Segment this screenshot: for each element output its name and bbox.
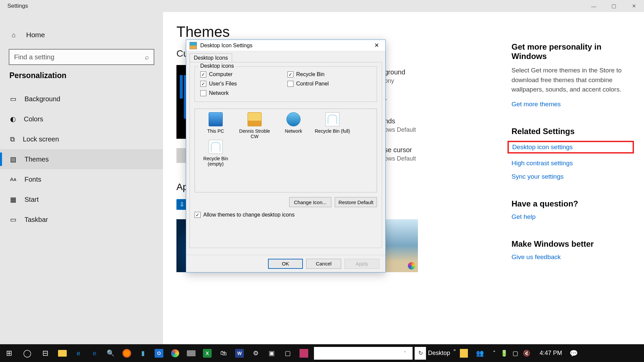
search-input[interactable]: Find a setting ⌕ bbox=[9, 49, 154, 65]
dialog-footer: OK Cancel Apply bbox=[186, 255, 385, 272]
cancel-button[interactable]: Cancel bbox=[306, 259, 341, 269]
maximize-button[interactable]: ▢ bbox=[604, 0, 624, 12]
restore-default-button[interactable]: Restore Default bbox=[335, 197, 377, 207]
sidebar-item-taskbar[interactable]: ▭ Taskbar bbox=[0, 209, 163, 230]
sidebar-item-background[interactable]: ▭ Background bbox=[0, 89, 163, 109]
cortana-button[interactable]: ◯ bbox=[18, 344, 36, 362]
taskbar-address-box[interactable]: ˅ bbox=[314, 347, 413, 360]
checkbox-network[interactable]: Network bbox=[200, 90, 284, 96]
sticky-notes-icon[interactable] bbox=[456, 344, 472, 362]
fonts-icon: Aᴀ bbox=[10, 176, 16, 182]
icon-preview-recycle-full[interactable]: Recycle Bin (full) bbox=[314, 112, 351, 139]
icon-preview-recycle-empty[interactable]: Recycle Bin (empty) bbox=[198, 140, 234, 167]
icon-label: Network bbox=[285, 128, 302, 134]
get-more-themes-link[interactable]: Get more themes bbox=[512, 101, 631, 108]
change-icon-button[interactable]: Change Icon... bbox=[289, 197, 331, 207]
checkbox-icon: ✓ bbox=[200, 71, 206, 77]
checkbox-label: Control Panel bbox=[296, 81, 329, 87]
app-icon[interactable] bbox=[296, 344, 312, 362]
taskbar-clock[interactable]: 4:47 PM bbox=[535, 350, 567, 357]
icon-preview-network[interactable]: Network bbox=[275, 112, 312, 139]
icon-preview-list[interactable]: This PC Dennis Stroble CW Network Recycl… bbox=[195, 109, 377, 192]
high-contrast-settings-link[interactable]: High contrast settings bbox=[512, 160, 631, 167]
checkbox-icon: ✓ bbox=[195, 212, 201, 218]
taskbar: ⊞ ◯ ⊟ e e 🔍 ▮ O X 🛍 W ⚙ ▣ ▢ ˅ ↻ Desktop … bbox=[0, 344, 644, 362]
color-wheel-icon bbox=[408, 262, 415, 269]
app-icon[interactable]: ▣ bbox=[264, 344, 280, 362]
background-value: ony bbox=[384, 77, 416, 85]
ie-icon[interactable]: e bbox=[87, 344, 103, 362]
sync-settings-link[interactable]: Sync your settings bbox=[512, 173, 631, 180]
network-icon bbox=[286, 112, 301, 126]
titlebar: Settings — ▢ ✕ bbox=[0, 0, 644, 12]
chevron-down-icon: ˅ bbox=[404, 351, 413, 356]
app-icon[interactable]: ▢ bbox=[280, 344, 296, 362]
sidebar-item-colors[interactable]: ◐ Colors bbox=[0, 109, 163, 129]
start-button[interactable]: ⊞ bbox=[0, 344, 18, 362]
settings-taskbar-icon[interactable]: ⚙ bbox=[248, 344, 264, 362]
checkbox-label: User's Files bbox=[209, 81, 237, 87]
volume-icon[interactable]: 🔇 bbox=[523, 350, 530, 357]
search-icon: ⌕ bbox=[145, 53, 149, 61]
minimize-button[interactable]: — bbox=[584, 0, 604, 12]
word-icon[interactable]: W bbox=[231, 344, 248, 362]
allow-themes-checkbox[interactable]: ✓ Allow themes to change desktop icons bbox=[195, 212, 377, 218]
task-view-button[interactable]: ⊟ bbox=[36, 344, 54, 362]
excel-icon[interactable]: X bbox=[199, 344, 215, 362]
icon-preview-user[interactable]: Dennis Stroble CW bbox=[236, 112, 273, 139]
icon-label: Dennis Stroble CW bbox=[236, 128, 273, 139]
sidebar-item-themes[interactable]: ▧ Themes bbox=[0, 149, 163, 169]
themes-icon: ▧ bbox=[10, 155, 16, 163]
app-icon[interactable] bbox=[183, 344, 199, 362]
sidebar-item-label: Lock screen bbox=[23, 135, 59, 143]
chevron-right-icon[interactable]: » bbox=[453, 348, 456, 352]
checkbox-recycle-bin[interactable]: ✓ Recycle Bin bbox=[287, 71, 371, 77]
dialog-title-icon bbox=[190, 42, 197, 49]
page-title: Themes bbox=[176, 23, 631, 40]
tab-desktop-icons[interactable]: Desktop Icons bbox=[190, 53, 232, 62]
apply-button[interactable]: Apply bbox=[344, 259, 379, 269]
action-center-icon[interactable]: 💬 bbox=[567, 349, 581, 357]
have-question-heading: Have a question? bbox=[512, 199, 631, 208]
palette-icon: ◐ bbox=[10, 115, 16, 123]
file-explorer-icon[interactable] bbox=[54, 344, 70, 362]
outlook-icon[interactable]: O bbox=[151, 344, 167, 362]
sidebar-item-start[interactable]: ▦ Start bbox=[0, 189, 163, 209]
chrome-icon[interactable] bbox=[167, 344, 183, 362]
get-help-link[interactable]: Get help bbox=[512, 213, 631, 221]
refresh-button[interactable]: ↻ bbox=[415, 347, 426, 360]
this-pc-icon bbox=[209, 112, 223, 126]
close-button[interactable]: ✕ bbox=[624, 0, 644, 12]
search-app-icon[interactable]: 🔍 bbox=[103, 344, 119, 362]
sidebar-home-label: Home bbox=[26, 31, 45, 39]
cursor-label: se cursor bbox=[384, 145, 416, 155]
store-app-icon[interactable]: 🛍 bbox=[215, 344, 231, 362]
icon-preview-this-pc[interactable]: This PC bbox=[198, 112, 234, 139]
search-placeholder: Find a setting bbox=[14, 53, 54, 61]
firefox-icon[interactable] bbox=[119, 344, 135, 362]
battery-icon[interactable]: 🔋 bbox=[500, 350, 508, 357]
sidebar-home[interactable]: ⌂ Home bbox=[0, 24, 163, 46]
desktop-icon-settings-link[interactable]: Desktop icon settings bbox=[512, 143, 629, 151]
ok-button[interactable]: OK bbox=[268, 259, 303, 269]
sidebar-item-fonts[interactable]: Aᴀ Fonts bbox=[0, 169, 163, 189]
feedback-link[interactable]: Give us feedback bbox=[512, 253, 631, 261]
sidebar-item-lock-screen[interactable]: ⧉ Lock screen bbox=[0, 129, 163, 149]
tab-strip: Desktop Icons bbox=[186, 51, 385, 62]
taskbar-desktop-label[interactable]: Desktop bbox=[428, 350, 450, 357]
checkbox-control-panel[interactable]: Control Panel bbox=[287, 81, 371, 87]
dialog-titlebar[interactable]: Desktop Icon Settings ✕ bbox=[186, 40, 385, 51]
sounds-value: ows Default bbox=[384, 126, 416, 134]
checkbox-computer[interactable]: ✓ Computer bbox=[200, 71, 284, 77]
checkbox-icon bbox=[200, 90, 206, 96]
edge-icon[interactable]: e bbox=[70, 344, 87, 362]
sounds-label: nds bbox=[384, 117, 416, 126]
checkbox-users-files[interactable]: ✓ User's Files bbox=[200, 81, 284, 87]
recycle-bin-full-icon bbox=[325, 112, 339, 126]
app-icon[interactable]: ▮ bbox=[135, 344, 151, 362]
tray-chevron-up-icon[interactable]: ˄ bbox=[493, 350, 496, 357]
dialog-close-button[interactable]: ✕ bbox=[371, 41, 383, 50]
people-icon[interactable]: 👥 bbox=[472, 344, 488, 362]
icon-label: This PC bbox=[207, 128, 224, 134]
network-tray-icon[interactable]: ▢ bbox=[513, 350, 518, 357]
